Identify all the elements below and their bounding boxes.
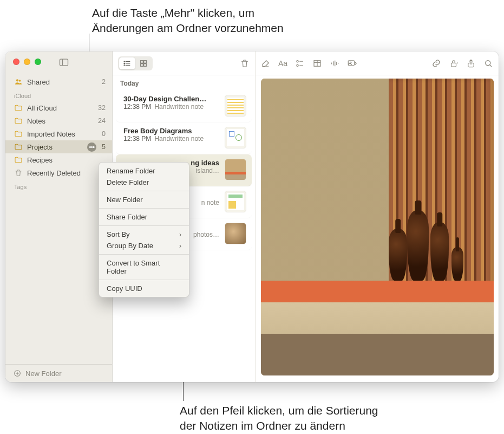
sidebar-label: Recipes	[27, 156, 53, 164]
sidebar-count: 0	[102, 130, 106, 138]
sidebar-label: Notes	[27, 117, 45, 125]
sidebar-count: 32	[98, 104, 106, 112]
folder-icon	[14, 116, 23, 125]
menu-sort-by[interactable]: Sort By›	[99, 229, 189, 240]
svg-point-10	[124, 61, 125, 62]
svg-point-11	[124, 63, 125, 63]
note-thumbnail	[225, 95, 246, 116]
menu-separator	[99, 225, 189, 226]
app-window: Shared 2 iCloud All iCloud 32 Notes 24 I…	[5, 51, 499, 382]
svg-rect-16	[144, 63, 147, 66]
callout-top: Auf die Taste „Mehr" klicken, um Änderun…	[92, 5, 284, 36]
new-folder-button[interactable]: New Folder	[5, 364, 112, 382]
sidebar-content: Shared 2 iCloud All iCloud 32 Notes 24 I…	[5, 51, 112, 364]
sidebar-item-imported[interactable]: Imported Notes 0	[5, 127, 112, 140]
list-toolbar	[113, 51, 255, 75]
view-mode-segmented	[118, 56, 153, 70]
sidebar-count: 2	[102, 78, 106, 86]
close-window-button[interactable]	[13, 59, 19, 65]
checklist-button[interactable]	[295, 59, 305, 68]
people-icon	[14, 77, 23, 86]
sidebar-item-shared[interactable]: Shared 2	[5, 75, 112, 88]
sidebar-item-all-icloud[interactable]: All iCloud 32	[5, 101, 112, 114]
menu-separator	[99, 208, 189, 209]
folder-icon	[14, 142, 23, 151]
trash-icon	[14, 169, 23, 177]
sidebar: Shared 2 iCloud All iCloud 32 Notes 24 I…	[5, 51, 113, 382]
menu-separator	[99, 280, 189, 280]
svg-point-3	[19, 80, 21, 81]
callout-text: Auf den Pfeil klicken, um die Sortierung	[180, 404, 378, 417]
list-view-button[interactable]	[119, 57, 135, 69]
folder-icon	[14, 129, 23, 138]
sidebar-item-recipes[interactable]: Recipes	[5, 153, 112, 166]
note-thumbnail	[225, 127, 246, 148]
callout-bottom: Auf den Pfeil klicken, um die Sortierung…	[180, 403, 378, 434]
compose-button[interactable]	[261, 59, 271, 68]
note-thumbnail	[225, 159, 246, 180]
sidebar-item-notes[interactable]: Notes 24	[5, 114, 112, 127]
menu-rename-folder[interactable]: Rename Folder	[99, 165, 189, 177]
menu-convert-smart[interactable]: Convert to Smart Folder	[99, 257, 189, 277]
svg-point-2	[16, 79, 18, 81]
note-image[interactable]	[261, 79, 494, 375]
toggle-sidebar-button[interactable]	[58, 57, 69, 68]
note-title: 30-Day Design Challen…	[123, 95, 219, 103]
lock-button[interactable]	[449, 59, 459, 68]
folder-icon	[14, 156, 23, 164]
svg-point-19	[297, 64, 298, 66]
sidebar-label: All iCloud	[27, 104, 57, 112]
svg-rect-0	[60, 59, 68, 66]
note-title: Free Body Diagrams	[123, 127, 219, 135]
note-subtitle: 12:38 PMHandwritten note	[123, 135, 219, 142]
sidebar-item-recently-deleted[interactable]: Recently Deleted	[5, 166, 112, 179]
note-thumbnail	[225, 191, 246, 212]
folder-icon	[14, 103, 23, 112]
note-detail-pane: Aa	[256, 51, 499, 382]
svg-point-33	[486, 60, 490, 65]
menu-group-by-date[interactable]: Group By Date›	[99, 240, 189, 251]
menu-separator	[99, 191, 189, 191]
svg-rect-15	[141, 63, 143, 66]
delete-note-button[interactable]	[240, 59, 250, 68]
media-button[interactable]	[347, 59, 357, 68]
sidebar-section-tags: Tags	[5, 179, 112, 192]
svg-point-12	[124, 64, 125, 65]
grid-view-button[interactable]	[135, 57, 152, 69]
search-button[interactable]	[483, 59, 493, 68]
sidebar-label: Projects	[27, 143, 53, 151]
more-button[interactable]: •••	[87, 142, 96, 152]
sidebar-section-icloud: iCloud	[5, 88, 112, 101]
callout-text: Änderungen am Ordner vorzunehmen	[92, 22, 284, 34]
menu-delete-folder[interactable]: Delete Folder	[99, 177, 189, 188]
menu-copy-uuid[interactable]: Copy UUID	[99, 283, 189, 294]
sidebar-count: 24	[98, 117, 106, 125]
svg-line-34	[490, 64, 492, 66]
sidebar-label: Shared	[27, 78, 50, 86]
window-controls	[13, 59, 41, 65]
fullscreen-window-button[interactable]	[35, 59, 41, 65]
sidebar-count: 5	[102, 143, 106, 151]
plus-circle-icon	[13, 369, 22, 378]
note-item[interactable]: Free Body Diagrams 12:38 PMHandwritten n…	[116, 122, 252, 154]
callout-text: der Notizen im Ordner zu ändern	[180, 419, 345, 432]
detail-toolbar: Aa	[256, 51, 499, 75]
share-button[interactable]	[466, 59, 476, 68]
minimize-window-button[interactable]	[24, 59, 30, 65]
context-menu: Rename Folder Delete Folder New Folder S…	[99, 162, 189, 297]
note-subtitle: 12:38 PMHandwritten note	[123, 103, 219, 111]
note-item[interactable]: 30-Day Design Challen… 12:38 PMHandwritt…	[116, 90, 252, 122]
svg-rect-14	[144, 60, 147, 63]
menu-separator	[99, 254, 189, 255]
new-folder-label: New Folder	[25, 370, 61, 378]
list-date-header: Today	[113, 75, 255, 90]
sidebar-label: Recently Deleted	[27, 169, 81, 177]
menu-new-folder[interactable]: New Folder	[99, 194, 189, 205]
link-button[interactable]	[431, 59, 441, 68]
table-button[interactable]	[312, 59, 322, 68]
format-button[interactable]: Aa	[278, 59, 287, 68]
menu-share-folder[interactable]: Share Folder	[99, 211, 189, 223]
sidebar-label: Imported Notes	[27, 130, 75, 138]
audio-button[interactable]	[330, 59, 339, 68]
sidebar-item-projects[interactable]: Projects ••• 5	[5, 140, 112, 153]
